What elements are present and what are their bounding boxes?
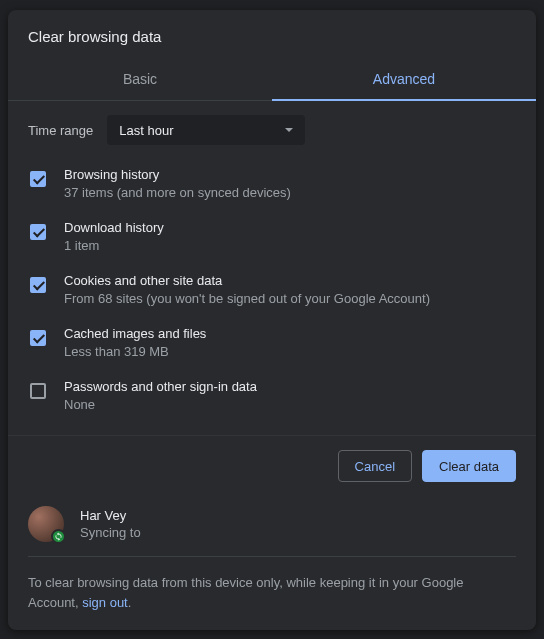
checkbox-passwords[interactable]: [30, 383, 46, 399]
item-sub: 37 items (and more on synced devices): [64, 185, 291, 200]
tab-advanced[interactable]: Advanced: [272, 59, 536, 100]
list-item: Passwords and other sign-in data None: [28, 379, 520, 412]
time-range-label: Time range: [28, 123, 93, 138]
list-item: Browsing history 37 items (and more on s…: [28, 167, 520, 200]
item-sub: From 68 sites (you won't be signed out o…: [64, 291, 430, 306]
tab-basic[interactable]: Basic: [8, 59, 272, 100]
item-title: Cookies and other site data: [64, 273, 430, 288]
sync-note: To clear browsing data from this device …: [28, 573, 516, 612]
checkbox-download-history[interactable]: [30, 224, 46, 240]
list-item: Autofill form data: [28, 432, 520, 435]
dialog-title: Clear browsing data: [8, 10, 536, 59]
checkbox-browsing-history[interactable]: [30, 171, 46, 187]
item-title: Download history: [64, 220, 164, 235]
chevron-down-icon: [285, 128, 293, 132]
avatar: [28, 506, 64, 542]
clear-data-button[interactable]: Clear data: [422, 450, 516, 482]
sign-out-link[interactable]: sign out: [82, 595, 128, 610]
sync-badge-icon: [51, 529, 66, 544]
item-title: Passwords and other sign-in data: [64, 379, 257, 394]
checkbox-cached[interactable]: [30, 330, 46, 346]
checkbox-cookies[interactable]: [30, 277, 46, 293]
item-sub: Less than 319 MB: [64, 344, 206, 359]
time-range-select[interactable]: Last hour: [107, 115, 305, 145]
list-item: Cached images and files Less than 319 MB: [28, 326, 520, 359]
cancel-button[interactable]: Cancel: [338, 450, 412, 482]
time-range-value: Last hour: [119, 123, 173, 138]
item-title: Browsing history: [64, 167, 291, 182]
account-status: Syncing to: [80, 525, 141, 540]
item-sub: 1 item: [64, 238, 164, 253]
scroll-area[interactable]: Time range Last hour Browsing history 37…: [8, 101, 536, 435]
item-title: Cached images and files: [64, 326, 206, 341]
dialog-footer: Cancel Clear data: [8, 435, 536, 496]
clear-browsing-data-dialog: Clear browsing data Basic Advanced Time …: [8, 10, 536, 630]
account-name: Har Vey: [80, 508, 141, 523]
list-item: Cookies and other site data From 68 site…: [28, 273, 520, 306]
account-row: Har Vey Syncing to: [28, 496, 516, 557]
list-item: Download history 1 item: [28, 220, 520, 253]
item-title: Autofill form data: [64, 432, 162, 435]
item-sub: None: [64, 397, 257, 412]
tabs: Basic Advanced: [8, 59, 536, 101]
